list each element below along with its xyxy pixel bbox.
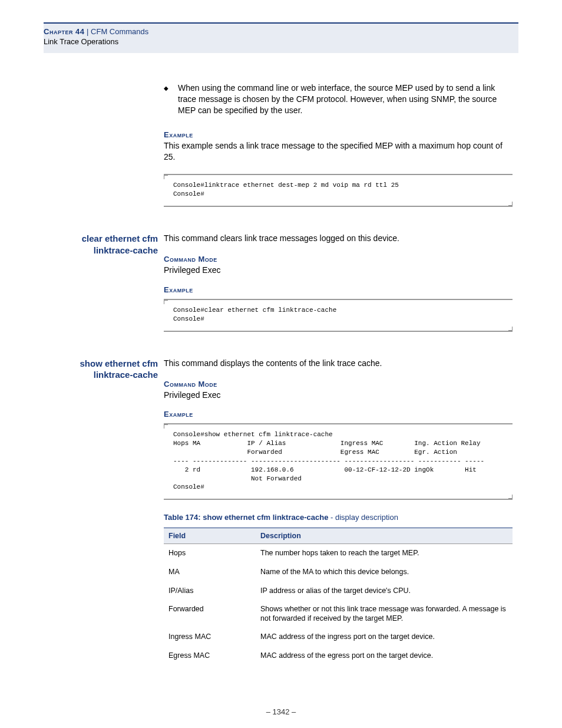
- cell-field: IP/Alias: [164, 582, 256, 601]
- table-row: HopsThe number hops taken to reach the t…: [164, 544, 513, 563]
- command-name-clear: clear ethernet cfm linktrace-cache: [44, 233, 158, 256]
- bullet-item: ◆ When using the command line or web int…: [164, 83, 513, 116]
- code-block-3: Console#show ethernet cfm linktrace-cach…: [164, 423, 513, 500]
- table-row: IP/AliasIP address or alias of the targe…: [164, 582, 513, 601]
- header-sep: |: [84, 27, 91, 36]
- table-row: Egress MACMAC address of the egress port…: [164, 647, 513, 666]
- command-section-show: show ethernet cfm linktrace-cache This c…: [164, 358, 513, 369]
- command-mode-label: Command Mode: [164, 255, 513, 263]
- command-section-clear: clear ethernet cfm linktrace-cache This …: [164, 233, 513, 244]
- description-table: Field Description HopsThe number hops ta…: [164, 528, 513, 665]
- cell-desc: Name of the MA to which this device belo…: [256, 563, 513, 582]
- table-row: MAName of the MA to which this device be…: [164, 563, 513, 582]
- table-caption-rest: - display description: [328, 513, 398, 522]
- cell-desc: The number hops taken to reach the targe…: [256, 544, 513, 563]
- example-label: Example: [164, 130, 513, 139]
- cell-desc: MAC address of the egress port on the ta…: [256, 647, 513, 666]
- command-mode-label-2: Command Mode: [164, 380, 513, 388]
- command-mode-value: Privileged Exec: [164, 265, 513, 276]
- code-block-1: Console#linktrace ethernet dest-mep 2 md…: [164, 174, 513, 207]
- command-name-show: show ethernet cfm linktrace-cache: [44, 358, 158, 381]
- cell-field: Egress MAC: [164, 647, 256, 666]
- example-intro: This example sends a link trace message …: [164, 140, 513, 163]
- table-row: ForwardedShows whether or not this link …: [164, 600, 513, 628]
- command-desc-show: This command displays the contents of th…: [164, 358, 513, 369]
- cell-desc: MAC address of the ingress port on the t…: [256, 628, 513, 647]
- cell-field: MA: [164, 563, 256, 582]
- cell-desc: IP address or alias of the target device…: [256, 582, 513, 601]
- table-row: Ingress MACMAC address of the ingress po…: [164, 628, 513, 647]
- bullet-text: When using the command line or web inter…: [178, 83, 513, 116]
- chapter-label: Chapter 44: [44, 27, 84, 36]
- th-desc: Description: [256, 528, 513, 544]
- chapter-title: CFM Commands: [91, 27, 148, 36]
- cell-field: Hops: [164, 544, 256, 563]
- header-line-1: Chapter 44 | CFM Commands: [44, 27, 518, 36]
- header-subtitle: Link Trace Operations: [44, 37, 518, 46]
- bullet-icon: ◆: [164, 83, 178, 116]
- command-desc-clear: This command clears link trace messages …: [164, 233, 513, 244]
- page-header: Chapter 44 | CFM Commands Link Trace Ope…: [44, 22, 518, 53]
- command-mode-value-2: Privileged Exec: [164, 390, 513, 401]
- page-number: – 1342 –: [0, 707, 562, 716]
- cell-field: Ingress MAC: [164, 628, 256, 647]
- example-label-2: Example: [164, 285, 513, 294]
- th-field: Field: [164, 528, 256, 544]
- table-caption: Table 174: show ethernet cfm linktrace-c…: [164, 513, 513, 522]
- example-label-3: Example: [164, 410, 513, 419]
- code-block-2: Console#clear ethernet cfm linktrace-cac…: [164, 299, 513, 332]
- cell-desc: Shows whether or not this link trace mes…: [256, 600, 513, 628]
- table-caption-bold: Table 174: show ethernet cfm linktrace-c…: [164, 513, 328, 522]
- cell-field: Forwarded: [164, 600, 256, 628]
